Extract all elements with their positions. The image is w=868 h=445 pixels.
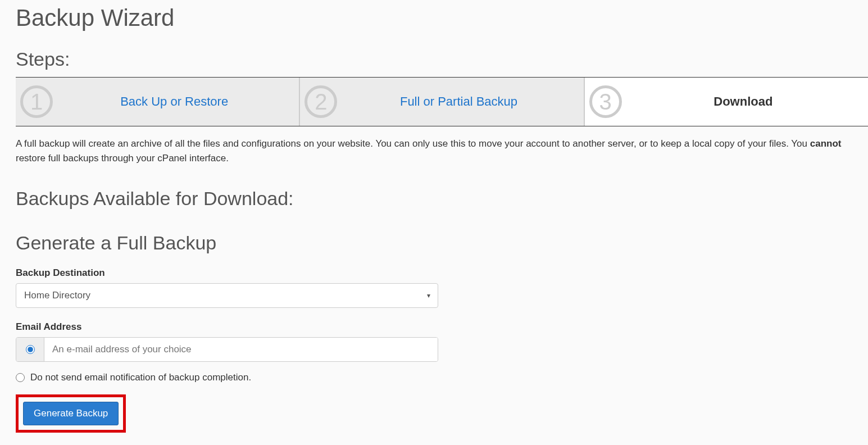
chevron-down-icon: ▾ (427, 292, 430, 299)
no-email-label: Do not send email notification of backup… (30, 372, 251, 383)
email-label: Email Address (16, 321, 868, 333)
step-number-1: 1 (20, 85, 53, 118)
step-label-3: Download (714, 94, 772, 109)
steps-row: 1 Back Up or Restore 2 Full or Partial B… (16, 77, 868, 126)
description-text: A full backup will create an archive of … (16, 137, 868, 165)
description-part1: A full backup will create an archive of … (16, 138, 810, 149)
step-label-1: Back Up or Restore (120, 94, 228, 109)
step-backup-restore[interactable]: 1 Back Up or Restore (16, 78, 300, 126)
description-part2: restore full backups through your cPanel… (16, 153, 229, 164)
step-download[interactable]: 3 Download (585, 78, 868, 126)
available-heading: Backups Available for Download: (16, 188, 868, 210)
destination-select[interactable]: Home Directory ▾ (16, 283, 438, 308)
destination-value: Home Directory (24, 290, 90, 301)
steps-heading: Steps: (16, 48, 868, 70)
step-label-2: Full or Partial Backup (400, 94, 517, 109)
description-strong: cannot (810, 138, 842, 149)
step-number-2: 2 (305, 85, 337, 118)
destination-label: Backup Destination (16, 267, 868, 279)
step-number-3: 3 (589, 85, 622, 118)
email-radio-none[interactable] (16, 373, 25, 382)
email-radio-send[interactable] (26, 345, 35, 354)
step-full-partial[interactable]: 2 Full or Partial Backup (300, 78, 584, 126)
generate-heading: Generate a Full Backup (16, 232, 868, 254)
generate-backup-button[interactable]: Generate Backup (23, 402, 119, 425)
email-field[interactable] (44, 338, 438, 361)
highlight-box: Generate Backup (16, 394, 126, 433)
page-title: Backup Wizard (16, 4, 868, 31)
email-radio-cell (16, 338, 44, 361)
email-input-group (16, 337, 438, 362)
no-email-option: Do not send email notification of backup… (16, 372, 868, 383)
